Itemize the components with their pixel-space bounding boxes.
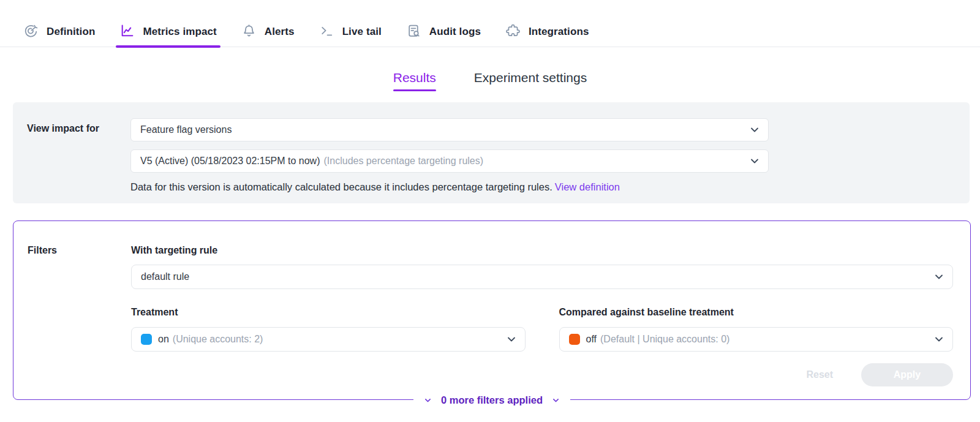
tab-integrations[interactable]: Integrations: [504, 17, 590, 47]
filters-panel: Filters With targeting rule default rule…: [13, 220, 971, 400]
treatment-label: Treatment: [131, 307, 526, 318]
tab-definition[interactable]: Definition: [22, 17, 96, 47]
more-filters-label: 0 more filters applied: [441, 394, 543, 406]
baseline-treatment-label: Compared against baseline treatment: [559, 307, 954, 318]
targeting-rule-label: With targeting rule: [131, 245, 953, 256]
tab-alerts[interactable]: Alerts: [240, 17, 296, 47]
version-select[interactable]: V5 (Active) (05/18/2023 02:15PM to now) …: [130, 149, 769, 173]
version-value: V5 (Active) (05/18/2023 02:15PM to now): [140, 156, 320, 167]
puzzle-icon: [505, 23, 521, 41]
tab-live-tail[interactable]: Live tail: [318, 17, 383, 47]
chevron-down-icon: [934, 272, 944, 282]
chevron-down-icon: [552, 396, 560, 404]
baseline-hint: (Default | Unique accounts: 0): [600, 334, 729, 345]
tab-label: Audit logs: [429, 26, 481, 38]
tab-audit-logs[interactable]: Audit logs: [405, 17, 482, 47]
subtab-results[interactable]: Results: [393, 70, 436, 86]
version-type-value: Feature flag versions: [140, 124, 232, 135]
tab-label: Metrics impact: [143, 26, 216, 38]
terminal-icon: [319, 23, 334, 41]
chevron-down-icon: [750, 125, 760, 135]
tab-label: Alerts: [265, 26, 295, 38]
targeting-rule-value: default rule: [141, 271, 189, 282]
chevron-down-icon: [934, 334, 944, 344]
tab-label: Definition: [47, 26, 95, 38]
treatment-on-swatch: [141, 334, 152, 345]
treatment-value: on: [158, 334, 169, 345]
tab-label: Live tail: [342, 26, 382, 38]
filters-label: Filters: [28, 245, 131, 399]
view-definition-link[interactable]: View definition: [555, 181, 620, 192]
baseline-treatment-select[interactable]: off (Default | Unique accounts: 0): [559, 327, 954, 352]
more-filters-toggle[interactable]: 0 more filters applied: [413, 394, 570, 406]
top-navigation: Definition Metrics impact Alerts: [0, 0, 980, 47]
chevron-down-icon: [507, 334, 516, 344]
helper-text: Data for this version is automatically c…: [130, 181, 552, 192]
version-helper-text: Data for this version is automatically c…: [130, 180, 769, 194]
treatment-select[interactable]: on (Unique accounts: 2): [131, 327, 526, 352]
baseline-value: off: [586, 334, 597, 345]
view-impact-label: View impact for: [27, 118, 130, 194]
definition-icon: [23, 23, 39, 41]
metrics-impact-icon: [119, 23, 135, 41]
subtab-experiment-settings[interactable]: Experiment settings: [474, 70, 587, 86]
version-type-select[interactable]: Feature flag versions: [130, 118, 769, 141]
version-hint: (Includes percentage targeting rules): [324, 156, 484, 167]
treatment-hint: (Unique accounts: 2): [173, 334, 263, 345]
tab-metrics-impact[interactable]: Metrics impact: [118, 17, 217, 47]
bell-icon: [241, 23, 257, 41]
reset-button[interactable]: Reset: [806, 369, 833, 380]
tab-label: Integrations: [529, 26, 589, 38]
apply-button[interactable]: Apply: [861, 363, 953, 386]
view-impact-section: View impact for Feature flag versions V5…: [13, 102, 970, 203]
chevron-down-icon: [750, 156, 760, 166]
results-subtabs: Results Experiment settings: [0, 70, 980, 86]
chevron-down-icon: [424, 396, 432, 404]
treatment-off-swatch: [569, 334, 580, 345]
targeting-rule-select[interactable]: default rule: [131, 265, 953, 289]
audit-logs-icon: [406, 23, 421, 41]
